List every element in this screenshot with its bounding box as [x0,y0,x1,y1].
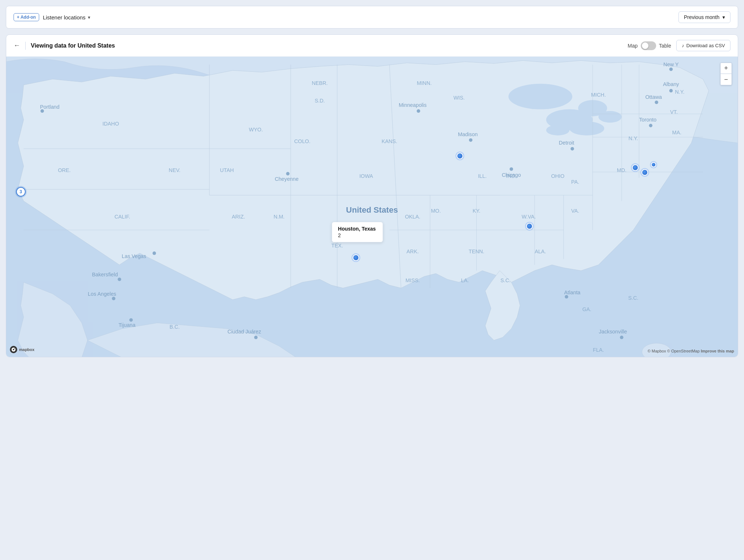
svg-text:OHIO: OHIO [551,173,564,179]
period-selector[interactable]: Previous month ▾ [678,11,730,23]
svg-text:Tijuana: Tijuana [119,322,135,328]
svg-text:Jacksonville: Jacksonville [599,329,627,335]
map-table-toggle-switch[interactable] [641,41,656,50]
back-arrow-icon: ← [14,42,20,49]
zoom-in-button[interactable]: + [721,63,732,74]
svg-text:United States: United States [346,205,398,214]
svg-text:Ottawa: Ottawa [645,94,662,100]
location-dot [526,223,533,229]
svg-text:B.C.: B.C. [170,324,180,330]
back-button[interactable]: ← [14,42,20,49]
svg-text:MD.: MD. [617,167,626,173]
svg-text:KY.: KY. [473,208,480,214]
svg-text:Madison: Madison [458,131,478,137]
svg-text:PA.: PA. [571,179,579,185]
svg-text:NEBR.: NEBR. [312,80,328,86]
listener-locations-label: Listener locations [43,14,86,20]
listener-locations-button[interactable]: Listener locations ▾ [43,14,90,20]
svg-point-96 [118,277,121,281]
svg-text:Bahamas: Bahamas [639,356,675,357]
svg-point-104 [286,172,290,176]
svg-text:TEX.: TEX. [331,243,343,249]
svg-text:Las Vegas: Las Vegas [122,253,146,259]
svg-text:COLO.: COLO. [294,138,310,144]
houston-pin[interactable] [353,254,359,261]
mapbox-logo-icon [10,346,17,353]
svg-text:W.VA.: W.VA. [522,214,536,220]
svg-point-112 [570,147,574,151]
svg-text:S.C.: S.C. [501,277,511,283]
svg-point-100 [129,318,133,322]
svg-text:WYO.: WYO. [249,127,263,132]
svg-text:ARK.: ARK. [406,249,418,254]
svg-text:MINN.: MINN. [417,80,432,86]
svg-point-120 [669,67,673,71]
cluster-badge: 3 [16,187,26,197]
svg-text:OKLA.: OKLA. [405,214,420,220]
location-dot [353,254,359,261]
svg-text:MICH.: MICH. [591,92,606,98]
svg-point-3 [598,111,621,123]
improve-map-link[interactable]: Improve this map [701,349,734,353]
svg-text:Los Angeles: Los Angeles [88,291,116,297]
svg-text:S.D.: S.D. [315,98,325,104]
svg-text:GA.: GA. [582,306,591,312]
svg-text:CALIF.: CALIF. [115,214,130,220]
svg-point-124 [620,336,624,339]
addon-badge: + Add-on [14,13,39,21]
svg-text:Minneapolis: Minneapolis [399,102,427,108]
svg-point-5 [546,125,569,135]
svg-text:IDAHO: IDAHO [103,121,119,127]
svg-text:Chicago: Chicago [502,172,521,178]
newyork-pin-2[interactable] [641,169,648,176]
chicago-pin[interactable] [457,153,463,159]
location-dot [632,164,639,171]
svg-text:Bakersfield: Bakersfield [92,272,118,277]
svg-point-110 [510,167,513,171]
download-csv-button[interactable]: ♪ Download as CSV [676,40,730,51]
svg-text:MO.: MO. [431,208,441,214]
location-dot [641,169,648,176]
osm-attribution: © OpenStreetMap [667,349,700,353]
period-label: Previous month [684,14,719,20]
viewing-label: Viewing data for United States [31,42,115,49]
svg-text:New Y: New Y [663,61,679,67]
card-header: ← Viewing data for United States Map Tab… [6,35,738,57]
map-attribution: © Mapbox © OpenStreetMap Improve this ma… [648,349,734,353]
newyork-pin-1[interactable] [632,164,639,171]
zoom-controls: + − [720,63,732,85]
svg-point-132 [13,349,14,350]
location-dot [651,162,656,167]
atlanta-pin[interactable] [526,223,533,229]
download-label: Download as CSV [687,43,725,48]
svg-text:Atlanta: Atlanta [564,290,580,295]
mapbox-attribution: © Mapbox [648,349,666,353]
svg-point-106 [417,109,420,113]
svg-point-94 [153,251,156,255]
svg-text:LA.: LA. [461,277,469,283]
svg-point-98 [112,297,116,300]
location-dot [457,153,463,159]
svg-point-4 [569,122,604,135]
svg-point-108 [469,138,473,142]
svg-text:Houston: Houston [387,356,406,357]
sf-cluster-pin[interactable]: 3 [16,187,26,197]
map-svg: IDAHO ORE. NEV. UTAH WYO. COLO. KANS. CA… [6,57,738,357]
chevron-down-icon: ▾ [88,15,90,20]
svg-text:S.C.: S.C. [628,295,639,301]
newyork-pin-3[interactable] [651,162,656,167]
svg-point-6 [509,84,572,109]
mapbox-logo: mapbox [10,346,34,353]
zoom-out-button[interactable]: − [721,74,732,85]
mapbox-label: mapbox [19,347,34,352]
header-left: ← Viewing data for United States [14,42,115,50]
svg-text:WIS.: WIS. [453,95,465,101]
map-label: Map [628,43,637,49]
svg-text:Toronto: Toronto [639,117,656,123]
svg-text:Detroit: Detroit [559,140,574,146]
map-container[interactable]: IDAHO ORE. NEV. UTAH WYO. COLO. KANS. CA… [6,57,738,357]
svg-text:ALA.: ALA. [535,249,546,254]
svg-text:IOWA: IOWA [359,173,373,179]
svg-point-102 [254,336,258,339]
svg-text:KANS.: KANS. [382,138,397,144]
